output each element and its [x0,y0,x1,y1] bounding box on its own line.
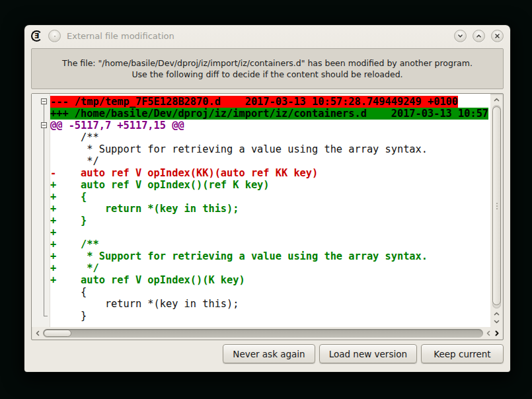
message-panel: The file: "/home/basile/Dev/dproj/iz/imp… [31,48,504,89]
message-line1: The file: "/home/basile/Dev/dproj/iz/imp… [62,58,473,68]
minimize-button[interactable] [454,30,467,42]
diff-line-text: --- /tmp/temp_7F5E128B2870.d 2017-03-13 … [50,96,458,108]
diff-line: + /** [32,238,490,250]
diff-line-text: */ [50,155,99,167]
diff-line: + { [32,191,490,203]
diff-line-text: } [50,310,87,322]
diff-text-area[interactable]: --- /tmp/temp_7F5E128B2870.d 2017-03-13 … [32,94,490,327]
diff-line: /** [32,131,490,143]
diff-line: * Support for retrieving a value using t… [32,143,490,155]
vertical-scrollbar[interactable] [490,94,503,327]
window-controls [454,30,504,42]
diff-line: - auto ref V opIndex(KK)(auto ref KK key… [32,167,490,179]
window-title: External file modification [67,31,174,41]
app-icon: Ǝ [31,30,42,42]
vertical-scrollbar-thumb[interactable] [492,106,501,305]
diff-line-text: /** [50,131,99,143]
chevron-up-icon [475,32,482,40]
horizontal-scrollbar-thumb[interactable] [44,330,71,337]
diff-line-text: return *(key in this); [50,298,239,310]
scroll-left-icon-right[interactable] [485,330,492,337]
scroll-up-icon[interactable] [493,96,500,104]
window-menu-button[interactable] [48,30,61,42]
dialog-button-row: Never ask again Load new version Keep cu… [31,344,504,363]
diff-line-text: { [50,286,87,298]
horizontal-scrollbar[interactable] [32,327,503,340]
diff-line: + */ [32,262,490,274]
diff-line: + auto ref V opIndex()(ref K key) [32,179,490,191]
diff-line: + [32,227,490,238]
fold-collapse-icon[interactable] [41,122,47,128]
diff-line-text: + [50,227,56,238]
diff-line: +++ /home/basile/Dev/dproj/iz/import/iz/… [32,108,490,120]
diff-line-text: + } [50,215,87,227]
diff-line-text: * Support for retrieving a value using t… [50,143,428,155]
scroll-up-icon-bottom[interactable] [493,310,500,318]
message-line2: Use the following diff to decide if the … [132,69,402,79]
diff-line: + return *(key in this); [32,203,490,215]
close-button[interactable] [491,30,504,42]
diff-line: */ [32,155,490,167]
diff-line: { [32,286,490,298]
diff-line: + } [32,215,490,227]
diff-line-text: - auto ref V opIndex(KK)(auto ref KK key… [50,167,318,179]
diff-line: } [32,310,490,322]
scroll-right-icon[interactable] [494,330,500,337]
diff-line: + auto ref V opIndex()(K key) [32,274,490,286]
chevron-down-icon [457,32,464,40]
diff-line-text: + * Support for retrieving a value using… [50,250,428,262]
diff-line-text: + /** [50,238,99,250]
diff-line: --- /tmp/temp_7F5E128B2870.d 2017-03-13 … [32,96,490,108]
keep-current-button[interactable]: Keep current [421,344,504,363]
diff-line: return *(key in this); [32,298,490,310]
vertical-scrollbar-track[interactable] [492,105,501,308]
diff-line-text: + */ [50,262,99,274]
fold-collapse-icon[interactable] [41,98,47,104]
horizontal-scrollbar-track[interactable] [43,329,483,338]
diff-line: @@ -5117,7 +5117,15 @@ [32,120,490,131]
scroll-left-icon[interactable] [34,330,41,337]
diff-line-text: +++ /home/basile/Dev/dproj/iz/import/iz/… [50,108,488,120]
titlebar[interactable]: Ǝ External file modification [24,25,510,47]
diff-lines: --- /tmp/temp_7F5E128B2870.d 2017-03-13 … [32,94,490,322]
diff-line-text: + return *(key in this); [50,203,239,215]
maximize-button[interactable] [473,30,485,42]
dialog-window: Ǝ External file modification The file: "… [24,25,510,372]
diff-line: + * Support for retrieving a value using… [32,250,490,262]
diff-main: --- /tmp/temp_7F5E128B2870.d 2017-03-13 … [32,94,503,327]
diff-view: --- /tmp/temp_7F5E128B2870.d 2017-03-13 … [31,93,504,340]
scroll-down-icon[interactable] [493,318,500,326]
diff-line-text: @@ -5117,7 +5117,15 @@ [50,120,184,131]
close-icon [494,32,501,40]
never-ask-again-button[interactable]: Never ask again [223,344,315,363]
diff-line-text: + auto ref V opIndex()(ref K key) [50,179,270,191]
diff-line-text: + auto ref V opIndex()(K key) [50,274,245,286]
diff-line-text: + { [50,191,87,203]
load-new-version-button[interactable]: Load new version [319,344,417,363]
